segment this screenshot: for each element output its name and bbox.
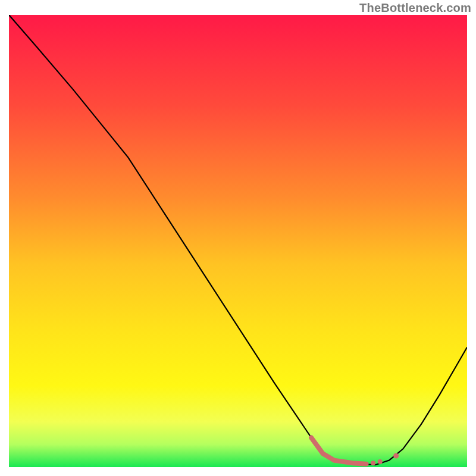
watermark-text: TheBottleneck.com [359, 1, 471, 15]
marker-gap-a [371, 461, 375, 465]
bottleneck-chart [0, 0, 476, 476]
marker-gap-b [378, 459, 383, 464]
marker-end [393, 453, 399, 459]
chart-frame: TheBottleneck.com [0, 0, 476, 476]
gradient-background [9, 15, 467, 467]
